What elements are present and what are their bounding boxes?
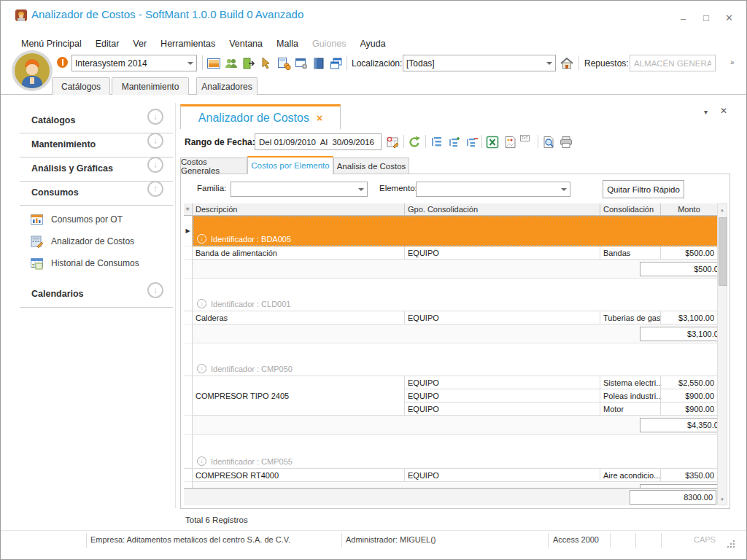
- sidebar-section-analisis[interactable]: Análisis y Gráficas: [31, 163, 113, 174]
- window-settings-icon[interactable]: [294, 56, 309, 71]
- subtab-costos-por-elemento[interactable]: Costos por Elemento: [247, 156, 333, 174]
- toolbar-overflow-icon[interactable]: »: [730, 58, 735, 66]
- home-icon[interactable]: [560, 56, 574, 71]
- chevron-down-icon: [187, 62, 193, 65]
- profile-combo[interactable]: Interasystem 2014: [71, 55, 197, 71]
- grand-total-value: 8300.00: [630, 490, 716, 505]
- collapse-all-icon[interactable]: [465, 135, 479, 149]
- group-subtotal-row: $500.00: [193, 260, 727, 279]
- group-row-cmp050[interactable]: ↓ Identificador : CMP050: [193, 361, 727, 376]
- menu-item-ventana[interactable]: Ventana: [229, 39, 263, 49]
- close-button[interactable]: ✕: [725, 12, 733, 23]
- group-collapse-icon[interactable]: ↓: [197, 234, 206, 244]
- minimize-button[interactable]: –: [681, 13, 686, 24]
- group-collapse-icon[interactable]: ↓: [197, 364, 206, 373]
- document-tab-analizador[interactable]: Analizador de Costos ×: [180, 104, 341, 129]
- group-subtotal-row: $3,100.00: [193, 324, 727, 343]
- table-row[interactable]: COMPRESOR RT4000 EQUIPO Aire acondicio..…: [184, 468, 727, 482]
- group-collapse-icon[interactable]: ↓: [197, 299, 206, 308]
- table-row[interactable]: Calderas EQUIPO Tuberias de gas $3,100.0…: [184, 311, 727, 324]
- status-empresa: Empresa: Aditamentos metalicos del centr…: [90, 535, 337, 544]
- expand-mantenimiento-icon[interactable]: ↓: [147, 133, 163, 149]
- refresh-icon[interactable]: [407, 135, 422, 149]
- menu-item-ayuda[interactable]: Ayuda: [360, 39, 385, 49]
- ribbon-tab-mantenimiento[interactable]: Mantenimiento: [112, 77, 189, 95]
- sidebar-item-consumos-por-ot[interactable]: Consumos por OT: [30, 209, 123, 230]
- column-header-consolidacion[interactable]: Consolidación: [600, 203, 661, 216]
- elemento-label: Elemento:: [379, 184, 417, 192]
- windows-cascade-icon[interactable]: [329, 56, 344, 71]
- quitar-filtro-button[interactable]: Quitar Filtro Rápido: [603, 180, 684, 198]
- localizacion-combo[interactable]: [Todas]: [403, 55, 556, 71]
- users-icon[interactable]: [224, 56, 239, 71]
- expand-calendarios-icon[interactable]: ↓: [147, 282, 163, 298]
- book-icon[interactable]: [311, 56, 326, 71]
- user-avatar[interactable]: [12, 50, 53, 91]
- menu-item-herramientas[interactable]: Herramientas: [160, 39, 215, 49]
- table-row-merged[interactable]: COMPRESOR TIPO 2405 EQUIPO Sistema elect…: [184, 376, 727, 416]
- daterange-input[interactable]: [255, 133, 382, 150]
- grid-vertical-scrollbar[interactable]: ▲ ▼: [717, 203, 727, 505]
- print-icon[interactable]: [559, 135, 573, 149]
- group-collapse-icon[interactable]: ↓: [197, 456, 206, 466]
- export-excel-icon[interactable]: [485, 135, 500, 149]
- sidebar-section-mantenimiento[interactable]: Mantenimiento: [31, 139, 96, 149]
- subtab-analisis-de-costos[interactable]: Analisis de Costos: [333, 158, 409, 174]
- scrollbar-thumb[interactable]: [719, 217, 727, 286]
- edit-cursor-icon[interactable]: [259, 56, 274, 71]
- collapse-consumos-icon[interactable]: ↑: [147, 181, 163, 197]
- familia-combo[interactable]: [231, 182, 368, 197]
- resize-grip[interactable]: [727, 540, 735, 548]
- maximize-button[interactable]: □: [703, 12, 709, 23]
- document-tab-label: Analizador de Costos: [198, 112, 309, 125]
- exit-box-icon[interactable]: [241, 56, 256, 71]
- scroll-up-icon[interactable]: ▲: [718, 204, 727, 215]
- menu-item-editar[interactable]: Editar: [96, 39, 120, 49]
- ribbon-tab-analizadores[interactable]: Analizadores: [196, 77, 258, 95]
- document-close-icon[interactable]: ✕: [720, 106, 727, 116]
- group-row-cmp055[interactable]: ↓ Identificador : CMP055: [193, 454, 727, 468]
- group-row-cld001[interactable]: ↓ Identificador : CLD001: [193, 296, 727, 311]
- menu-item-guiones: Guiones: [312, 39, 347, 49]
- costos-grid: ✳ Descripción Gpo. Consolidación Consoli…: [184, 203, 727, 505]
- ribbon-tab-catalogos[interactable]: Catálogos: [52, 77, 110, 95]
- group-subtotal-row: $4,350.00: [193, 416, 727, 435]
- repuestos-input: [630, 55, 716, 71]
- expand-all-icon[interactable]: [447, 135, 462, 149]
- menu-item-ver[interactable]: Ver: [133, 39, 147, 49]
- image-icon[interactable]: [206, 56, 221, 71]
- export-txt-icon[interactable]: TxT: [520, 135, 530, 141]
- sidebar-item-historial-de-consumos[interactable]: Σ Historial de Consumos: [30, 253, 139, 273]
- sidebar-item-analizador-de-costos[interactable]: Analizador de Costos: [30, 231, 134, 252]
- column-header-descripcion[interactable]: Descripción: [193, 203, 405, 216]
- scroll-down-icon[interactable]: ▼: [718, 494, 727, 505]
- subtab-costos-generales[interactable]: Costos Generales: [180, 158, 247, 174]
- print-preview-icon[interactable]: [541, 135, 556, 149]
- grand-total-row: 8300.00: [184, 488, 717, 505]
- sidebar-section-calendarios[interactable]: Calendarios: [31, 289, 84, 299]
- tab-list-dropdown-icon[interactable]: ▾: [704, 108, 708, 116]
- table-sigma-icon: Σ: [30, 257, 44, 271]
- date-picker-icon[interactable]: [385, 135, 400, 149]
- familia-label: Familia:: [197, 184, 226, 192]
- column-header-monto[interactable]: Monto: [661, 203, 718, 216]
- sidebar-section-consumos[interactable]: Consumos: [31, 187, 79, 198]
- calculator-coins-icon[interactable]: [276, 56, 291, 71]
- expand-catalogos-icon[interactable]: ↓: [147, 109, 163, 125]
- subtotal-value: $3,100.00: [640, 327, 727, 341]
- export-note-icon[interactable]: [503, 135, 517, 149]
- menu-item-menu-principal[interactable]: Menú Principal: [21, 39, 82, 49]
- sidebar: Catálogos ↓ Mantenimiento ↓ Análisis y G…: [15, 103, 174, 511]
- group-row-bda005[interactable]: ↓ Identificador : BDA005: [193, 216, 727, 246]
- expand-analisis-icon[interactable]: ↓: [147, 157, 163, 173]
- sidebar-section-catalogos[interactable]: Catálogos: [31, 115, 75, 125]
- grid-header-row: ✳ Descripción Gpo. Consolidación Consoli…: [184, 203, 727, 216]
- menu-item-malla[interactable]: Malla: [276, 39, 298, 49]
- document-tab-close-icon[interactable]: ×: [317, 112, 322, 124]
- table-row[interactable]: Banda de alimentación EQUIPO Bandas $500…: [184, 246, 727, 260]
- costos-panel: Familia: Elemento: Quitar Filtro Rápido …: [180, 174, 730, 509]
- elemento-combo[interactable]: [416, 182, 570, 197]
- column-header-gpo-consolidacion[interactable]: Gpo. Consolidación: [405, 203, 600, 216]
- tree-outline-icon[interactable]: [430, 135, 444, 149]
- status-administrador: Administrador: MIGUEL(): [346, 535, 543, 544]
